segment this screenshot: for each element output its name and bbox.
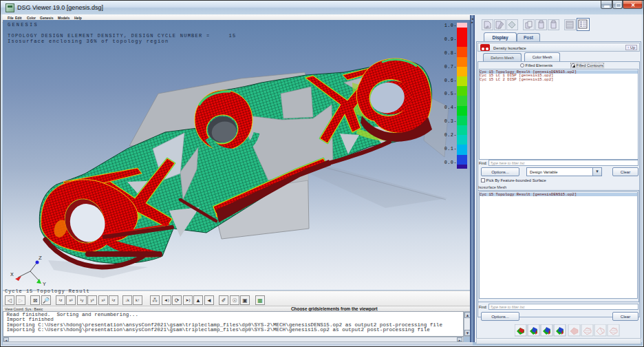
svg-text:Z: Z [39, 255, 42, 261]
svg-text:X: X [10, 271, 14, 277]
svg-text:Y: Y [43, 281, 46, 286]
